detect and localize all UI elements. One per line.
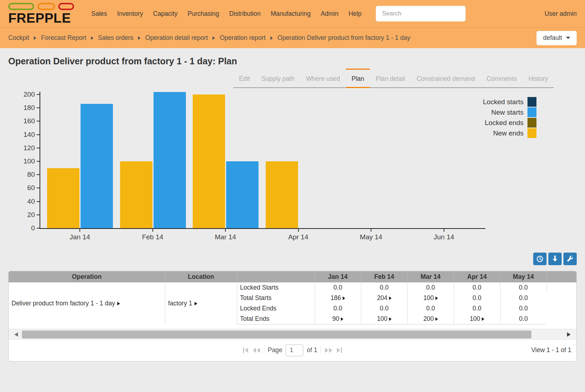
drilldown-icon[interactable] — [482, 317, 484, 321]
value-cell-total-ends-feb-14[interactable]: 100 — [361, 314, 407, 324]
frepple-logo[interactable]: FREPPLE — [8, 3, 74, 24]
y-axis-tick-label: 160 — [9, 117, 35, 125]
legend-swatch-new-starts — [527, 107, 536, 117]
drilldown-icon[interactable] — [343, 296, 345, 300]
value-cell-total-starts-jan-14[interactable]: 186 — [315, 293, 361, 303]
value-cell-total-ends-apr-14[interactable]: 100 — [454, 314, 500, 324]
column-header-feb-14[interactable]: Feb 14 — [361, 271, 407, 282]
x-axis-tick — [225, 229, 226, 232]
time-buckets-button[interactable] — [533, 253, 547, 265]
nav-item-help[interactable]: Help — [343, 10, 366, 18]
x-axis-tick-label: May 14 — [349, 233, 393, 241]
value-text: 90 — [332, 315, 339, 322]
first-page-icon — [243, 347, 244, 353]
next-page-button[interactable] — [324, 347, 333, 354]
legend-entry-new-ends: New ends — [483, 128, 536, 138]
scroll-left-icon[interactable] — [14, 332, 18, 337]
horizontal-scrollbar — [9, 329, 576, 340]
chart-legend: Locked startsNew startsLocked endsNew en… — [483, 97, 536, 138]
logo-capsule-green-icon — [8, 3, 34, 10]
drilldown-icon[interactable] — [195, 302, 197, 305]
chart-bar-new-ends — [120, 161, 152, 228]
page-label: Page — [268, 346, 282, 354]
column-header-location[interactable]: Location — [165, 271, 237, 282]
breadcrumb-item-sales-orders[interactable]: Sales orders — [98, 34, 133, 42]
tab-history[interactable]: History — [523, 69, 554, 87]
column-header-operation[interactable]: Operation — [9, 271, 165, 282]
value-cell-total-ends-mar-14[interactable]: 200 — [407, 314, 454, 324]
breadcrumb-item-forecast-report[interactable]: Forecast Report — [41, 34, 86, 42]
breadcrumb-separator-icon — [212, 36, 215, 40]
chart-bar-new-ends — [193, 94, 225, 228]
logo-capsule-red-icon — [58, 3, 74, 10]
page-number-input[interactable] — [285, 344, 303, 356]
y-axis-tick-label: 200 — [9, 91, 35, 98]
tab-where-used[interactable]: Where used — [300, 69, 346, 87]
tab-edit[interactable]: Edit — [233, 69, 256, 87]
nav-item-inventory[interactable]: Inventory — [112, 10, 148, 18]
page-title: Operation Deliver product from factory 1… — [8, 56, 577, 66]
prev-page-button[interactable] — [252, 347, 261, 354]
x-axis-tick — [79, 229, 80, 232]
column-header-mar-14[interactable]: Mar 14 — [407, 271, 454, 282]
x-axis-tick — [444, 229, 444, 232]
x-axis-tick-label: Jan 14 — [58, 233, 101, 241]
last-page-button[interactable] — [336, 347, 343, 354]
breadcrumb-item-cockpit[interactable]: Cockpit — [8, 34, 29, 42]
operation-cell[interactable]: Deliver product from factory 1 - 1 day — [9, 282, 165, 324]
column-header-jan-14[interactable]: Jan 14 — [315, 271, 361, 282]
y-axis-tick — [37, 107, 40, 108]
view-selector-button[interactable]: default — [536, 31, 577, 45]
drilldown-icon[interactable] — [389, 317, 392, 321]
nav-item-capacity[interactable]: Capacity — [148, 10, 183, 18]
value-cell-locked-ends-apr-14: 0.0 — [454, 303, 500, 314]
drilldown-icon[interactable] — [341, 317, 343, 321]
column-header-may-14[interactable]: May 14 — [500, 271, 547, 282]
column-header-blank — [237, 271, 315, 282]
user-menu[interactable]: User admin — [545, 10, 577, 18]
value-text: 0.0 — [519, 315, 528, 322]
legend-swatch-locked-ends — [527, 118, 536, 128]
chart-bar-new-starts — [226, 161, 259, 228]
drilldown-icon[interactable] — [389, 296, 392, 300]
value-text: 204 — [377, 294, 387, 301]
breadcrumb-separator-icon — [34, 36, 36, 40]
y-axis-tick-label: 40 — [9, 198, 35, 206]
nav-item-distribution[interactable]: Distribution — [224, 10, 266, 18]
nav-item-purchasing[interactable]: Purchasing — [183, 10, 224, 18]
nav-item-manufacturing[interactable]: Manufacturing — [266, 10, 316, 18]
clock-icon — [536, 255, 543, 262]
breadcrumb-item-operation-deliver-product-from-factory-1-1-day[interactable]: Operation Deliver product from factory 1… — [278, 34, 411, 42]
breadcrumb-item-operation-detail-report[interactable]: Operation detail report — [145, 34, 208, 42]
operation-link[interactable]: Deliver product from factory 1 - 1 day — [12, 300, 115, 307]
search-input[interactable] — [376, 6, 466, 22]
customize-button[interactable] — [563, 253, 577, 265]
drilldown-icon[interactable] — [435, 296, 438, 300]
tab-comments[interactable]: Comments — [481, 69, 523, 87]
tab-supply-path[interactable]: Supply path — [256, 69, 300, 87]
breadcrumb-item-operation-report[interactable]: Operation report — [220, 34, 265, 42]
drilldown-icon[interactable] — [435, 317, 438, 321]
value-cell-locked-ends-jan-14: 0.0 — [315, 303, 361, 314]
nav-item-sales[interactable]: Sales — [86, 10, 112, 18]
drilldown-icon[interactable] — [117, 302, 120, 305]
y-axis-tick-label: 140 — [9, 131, 35, 139]
value-cell-total-starts-feb-14[interactable]: 204 — [361, 293, 407, 303]
scrollbar-thumb[interactable] — [22, 331, 531, 338]
first-page-button[interactable] — [242, 347, 249, 354]
value-cell-total-ends-jan-14[interactable]: 90 — [315, 314, 361, 324]
location-link[interactable]: factory 1 — [168, 300, 192, 307]
tab-constrained-demand[interactable]: Constrained demand — [411, 69, 480, 87]
nav-item-admin[interactable]: Admin — [316, 10, 344, 18]
download-button[interactable] — [548, 253, 562, 265]
logo-text: FREPPLE — [8, 12, 74, 24]
logo-capsule-orange-icon — [37, 3, 55, 10]
pager-divider — [264, 346, 264, 355]
column-header-apr-14[interactable]: Apr 14 — [454, 271, 500, 282]
value-cell-total-starts-mar-14[interactable]: 100 — [407, 293, 454, 303]
scroll-right-icon[interactable] — [567, 332, 571, 337]
tab-plan-detail[interactable]: Plan detail — [370, 69, 411, 87]
plan-bar-chart: Locked startsNew startsLocked endsNew en… — [8, 91, 577, 248]
location-cell[interactable]: factory 1 — [165, 282, 237, 324]
tab-plan[interactable]: Plan — [346, 69, 370, 87]
